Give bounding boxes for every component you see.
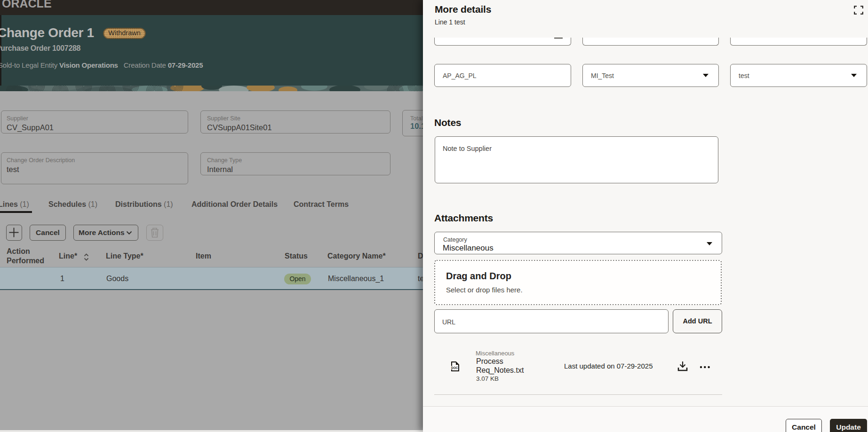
svg-text:DOC: DOC xyxy=(451,366,458,369)
